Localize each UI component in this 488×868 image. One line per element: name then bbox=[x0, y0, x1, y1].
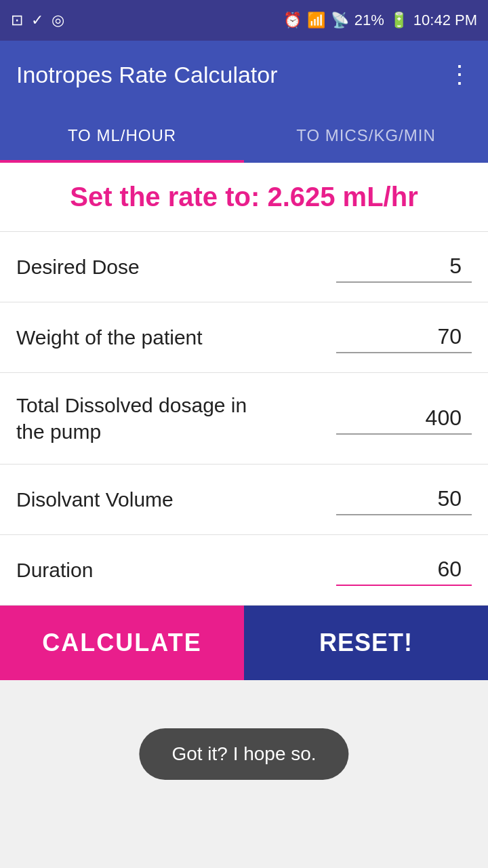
disolvant-label: Disolvant Volume bbox=[16, 486, 174, 513]
duration-label: Duration bbox=[16, 557, 93, 583]
tab-ml-hour[interactable]: TO ML/HOUR bbox=[0, 108, 244, 163]
reset-button[interactable]: RESET! bbox=[244, 606, 488, 680]
alarm-icon: ⏰ bbox=[283, 12, 302, 29]
disolvant-input[interactable] bbox=[336, 484, 472, 515]
desired-dose-input[interactable] bbox=[336, 251, 472, 283]
toast: Got it? I hope so. bbox=[139, 728, 348, 780]
form-row-desired-dose: Desired Dose bbox=[0, 232, 488, 302]
calculate-button[interactable]: CALCULATE bbox=[0, 606, 244, 680]
app-title: Inotropes Rate Calculator bbox=[16, 62, 278, 88]
menu-icon[interactable]: ⋮ bbox=[447, 60, 472, 89]
status-right: ⏰ 📶 📡 21% 🔋 10:42 PM bbox=[283, 12, 477, 29]
total-dissolved-label: Total Dissolved dosage in the pump bbox=[16, 392, 274, 445]
signal-icon: 📡 bbox=[331, 12, 349, 29]
result-banner: Set the rate to: 2.625 mL/hr bbox=[0, 163, 488, 232]
app-bar: Inotropes Rate Calculator ⋮ bbox=[0, 41, 488, 108]
time: 10:42 PM bbox=[413, 12, 477, 29]
form-container: Desired Dose Weight of the patient Total… bbox=[0, 232, 488, 606]
form-row-total-dissolved: Total Dissolved dosage in the pump bbox=[0, 373, 488, 465]
toast-text: Got it? I hope so. bbox=[171, 743, 316, 764]
weight-input[interactable] bbox=[336, 321, 472, 353]
image-icon: ⊡ bbox=[11, 12, 23, 29]
weight-label: Weight of the patient bbox=[16, 324, 203, 351]
result-text: Set the rate to: 2.625 mL/hr bbox=[70, 182, 418, 212]
form-row-disolvant: Disolvant Volume bbox=[0, 465, 488, 535]
status-icons: ⊡ ✓ ◎ bbox=[11, 12, 64, 29]
duration-input[interactable] bbox=[336, 554, 472, 586]
tabs-container: TO ML/HOUR TO MICS/KG/MIN bbox=[0, 108, 488, 163]
form-row-weight: Weight of the patient bbox=[0, 302, 488, 373]
desired-dose-label: Desired Dose bbox=[16, 254, 140, 280]
total-dissolved-input[interactable] bbox=[336, 403, 472, 435]
status-bar: ⊡ ✓ ◎ ⏰ 📶 📡 21% 🔋 10:42 PM bbox=[0, 0, 488, 41]
chat-icon: ◎ bbox=[52, 12, 64, 29]
check-icon: ✓ bbox=[31, 12, 43, 29]
form-row-duration: Duration bbox=[0, 535, 488, 606]
button-row: CALCULATE RESET! bbox=[0, 606, 488, 680]
battery-icon: 🔋 bbox=[390, 12, 408, 29]
battery-text: 21% bbox=[354, 12, 384, 29]
wifi-icon: 📶 bbox=[307, 12, 325, 29]
tab-mics-kg-min[interactable]: TO MICS/KG/MIN bbox=[244, 108, 488, 163]
